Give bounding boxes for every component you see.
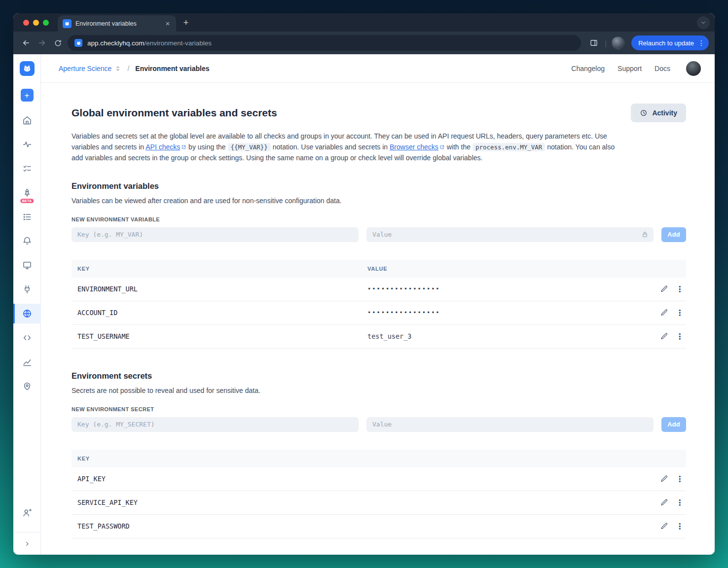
docs-link[interactable]: Docs	[655, 65, 670, 72]
value-column-header: VALUE	[367, 266, 650, 272]
row-menu-button[interactable]: ⋮	[676, 522, 683, 531]
api-checks-link[interactable]: API checks	[146, 143, 180, 151]
page-head: Global environment variables and secrets…	[72, 104, 686, 122]
table-row: ACCOUNT_ID •••••••••••••••• ⋮	[72, 301, 686, 325]
close-tab-icon[interactable]: ×	[163, 19, 172, 28]
new-tab-button[interactable]: +	[179, 16, 193, 30]
secret-key: SERVICE_API_KEY	[72, 498, 650, 506]
row-menu-button[interactable]: ⋮	[676, 284, 683, 294]
breadcrumb-separator: /	[127, 65, 129, 72]
sidebar-item-maintenance-windows[interactable]	[13, 280, 41, 299]
edit-variable-button[interactable]	[660, 285, 668, 293]
sidebar-item-invite-user[interactable]	[13, 503, 41, 523]
sidebar-item-activity[interactable]	[13, 135, 41, 154]
edit-secret-button[interactable]	[660, 475, 668, 483]
url-text: app.checklyhq.com/environment-variables	[87, 39, 212, 47]
sidebar-item-test-sessions[interactable]	[13, 207, 41, 227]
variable-key-input[interactable]	[72, 227, 359, 242]
variable-key: ENVIRONMENT_URL	[72, 285, 367, 293]
edit-secret-button[interactable]	[660, 498, 668, 506]
tab-title: Environment variables	[75, 20, 159, 27]
secrets-heading: Environment secrets	[72, 371, 686, 381]
home-icon	[22, 115, 32, 125]
new-secret-label: NEW ENVIRONMENT SECRET	[72, 406, 686, 412]
row-actions: ⋮	[650, 498, 686, 507]
account-name: Aperture Science	[59, 65, 111, 72]
tab-search-icon[interactable]	[697, 16, 710, 29]
sidebar-item-checks[interactable]	[13, 159, 41, 178]
checkly-favicon	[63, 19, 72, 28]
forward-icon[interactable]	[34, 35, 50, 51]
add-secret-button[interactable]: Add	[661, 417, 686, 432]
location-pin-icon	[22, 381, 32, 391]
close-window-button[interactable]	[23, 20, 29, 26]
sidebar-collapse-button[interactable]	[13, 532, 40, 555]
desktop-wallpaper: Environment variables × +	[0, 0, 728, 568]
key-column-header: KEY	[72, 456, 650, 462]
variable-key: ACCOUNT_ID	[72, 309, 367, 317]
intro-paragraph: Variables and secrets set at the global …	[72, 131, 617, 164]
row-menu-button[interactable]: ⋮	[676, 332, 683, 341]
minimize-window-button[interactable]	[33, 20, 39, 26]
lock-icon	[641, 231, 649, 240]
key-column-header: KEY	[72, 266, 367, 272]
row-menu-button[interactable]: ⋮	[676, 498, 683, 507]
row-actions: ⋮	[650, 284, 686, 294]
edit-secret-button[interactable]	[660, 522, 668, 530]
checklist-icon	[22, 164, 32, 174]
edit-variable-button[interactable]	[660, 309, 668, 317]
pencil-icon	[660, 522, 668, 530]
user-avatar[interactable]	[686, 61, 701, 76]
secret-value-input[interactable]	[366, 417, 654, 432]
secret-key: TEST_PASSWORD	[72, 522, 650, 530]
sidebar-item-traces-beta[interactable]: BETA	[13, 183, 41, 203]
browser-profile-avatar[interactable]	[612, 36, 624, 49]
rocket-icon	[22, 188, 32, 198]
plug-icon	[22, 284, 32, 294]
variable-value-input[interactable]	[366, 227, 654, 242]
sidebar-item-alerts[interactable]	[13, 231, 41, 251]
toolbar-divider: |	[605, 39, 607, 47]
variables-heading: Environment variables	[72, 181, 686, 191]
intro-text-2: by using the	[186, 143, 227, 151]
new-secret-form: Add	[72, 417, 686, 432]
edit-variable-button[interactable]	[660, 332, 668, 340]
table-row: ENVIRONMENT_URL •••••••••••••••• ⋮	[72, 278, 686, 301]
browser-checks-link[interactable]: Browser checks	[390, 143, 438, 151]
create-button[interactable]: +	[21, 89, 34, 102]
sidebar-item-environment-variables[interactable]	[13, 304, 41, 323]
checkly-logo[interactable]	[20, 61, 35, 76]
globe-icon	[22, 309, 32, 319]
pencil-icon	[660, 475, 668, 483]
sidebar-item-locations[interactable]	[13, 376, 41, 396]
changelog-link[interactable]: Changelog	[571, 65, 605, 72]
row-actions: ⋮	[650, 474, 686, 484]
site-favicon	[74, 39, 82, 47]
back-icon[interactable]	[18, 35, 34, 51]
relaunch-to-update-button[interactable]: Relaunch to update ⋮	[631, 36, 709, 50]
activity-button[interactable]: Activity	[631, 104, 686, 122]
table-row: TEST_USERNAME test_user_3 ⋮	[72, 325, 686, 349]
browser-tab[interactable]: Environment variables ×	[58, 15, 176, 32]
relaunch-label: Relaunch to update	[638, 39, 694, 47]
row-menu-button[interactable]: ⋮	[676, 308, 683, 318]
account-switcher[interactable]: Aperture Science	[59, 65, 121, 72]
address-bar[interactable]: app.checklyhq.com/environment-variables	[68, 35, 581, 51]
sidebar-item-dashboards[interactable]	[13, 255, 41, 275]
row-actions: ⋮	[650, 308, 686, 318]
sidebar-item-home[interactable]	[13, 110, 41, 130]
sidebar-item-snippets[interactable]	[13, 328, 41, 348]
breadcrumb-page-title: Environment variables	[135, 65, 209, 72]
sidebar-item-analytics[interactable]	[13, 352, 41, 372]
maximize-window-button[interactable]	[43, 20, 49, 26]
reload-icon[interactable]	[50, 35, 66, 51]
secret-key-field	[72, 417, 359, 432]
browser-menu-icon[interactable]: ⋮	[698, 39, 705, 47]
secret-key-input[interactable]	[72, 417, 359, 432]
variable-value: test_user_3	[367, 332, 650, 340]
extensions-icon[interactable]	[586, 35, 602, 51]
row-menu-button[interactable]: ⋮	[676, 474, 683, 484]
add-variable-button[interactable]: Add	[661, 227, 686, 242]
support-link[interactable]: Support	[618, 65, 642, 72]
url-path: /environment-variables	[145, 39, 212, 47]
